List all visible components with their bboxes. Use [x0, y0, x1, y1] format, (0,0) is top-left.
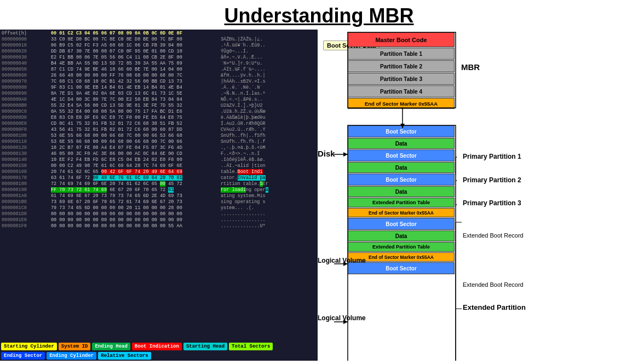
label-system-id: System ID	[59, 343, 91, 350]
label-boot-indication: Boot Indication	[132, 343, 182, 350]
disk-boot-sector-lv1: Boot Sector	[348, 218, 455, 230]
mbr-diagram: Master Boot Code Partition Table 1 Parti…	[348, 32, 463, 109]
logical-volume-label-1: Logical Volume	[318, 257, 366, 264]
partition-label-pp1: Primary Partition 1	[463, 153, 521, 160]
label-ending-head: Ending Head	[92, 343, 130, 350]
disk-data-pp1: Data	[348, 138, 455, 149]
page-title: Understanding MBR	[0, 0, 638, 30]
partition-label-ebr2: Extended Boot Record	[463, 281, 524, 288]
partition-label-ebr1: Extended Boot Record	[463, 232, 524, 239]
disk-diagram: Boot Sector Data Boot Sector Data Boot S…	[348, 125, 463, 274]
disk-boot-sector-pp2: Boot Sector	[348, 149, 455, 161]
partition-label-extended: Extended Partition	[463, 303, 526, 311]
disk-ext-part-table-1: Extended Partition Table	[348, 198, 455, 207]
partition-label-pp3: Primary Partition 3	[463, 199, 521, 207]
diagram-area: Boot Sector Data Master Boot Code Partit…	[318, 30, 638, 361]
svg-marker-5	[343, 152, 348, 157]
disk-data-lv1: Data	[348, 230, 455, 241]
mbr-block-pt3: Partition Table 3	[348, 73, 455, 85]
label-starting-head: Starting Head	[183, 343, 227, 350]
mbr-block-master-boot-code: Master Boot Code	[348, 32, 455, 47]
label-ending-cylinder: Ending Cylinder	[47, 352, 96, 360]
disk-eos-1: End of Sector Marker 0x55AA	[348, 208, 455, 217]
disk-data-pp3: Data	[348, 186, 455, 197]
hex-dump: Offset(h) 00 01 C2 C3 04 05 06 07 08 09 …	[0, 30, 318, 361]
label-relative-sectors: Relative Sectors	[98, 352, 151, 360]
mbr-label: MBR	[461, 62, 480, 72]
disk-boot-sector-pp3: Boot Sector	[348, 174, 455, 186]
label-ending-sector: Ending Sector	[1, 352, 45, 360]
mbr-block-eos: End of Sector Marker 0x55AA	[348, 98, 455, 109]
disk-boot-sector-pp1: Boot Sector	[348, 125, 455, 137]
disk-ext-part-table-2: Extended Partition Table	[348, 242, 455, 252]
mbr-block-pt1: Partition Table 1	[348, 48, 455, 60]
label-total-sectors: Total Sectors	[229, 343, 273, 350]
mbr-block-pt4: Partition Table 4	[348, 85, 455, 97]
label-starting-cylinder: Starting Cylinder	[1, 343, 57, 350]
content-area: Offset(h) 00 01 C2 C3 04 05 06 07 08 09 …	[0, 30, 638, 361]
disk-label: Disk	[318, 149, 335, 158]
logical-volume-label-2: Logical Volume	[318, 314, 366, 322]
mbr-block-pt2: Partition Table 2	[348, 60, 455, 72]
partition-label-pp2: Primary Partition 2	[463, 176, 521, 184]
disk-data-pp2: Data	[348, 162, 455, 173]
